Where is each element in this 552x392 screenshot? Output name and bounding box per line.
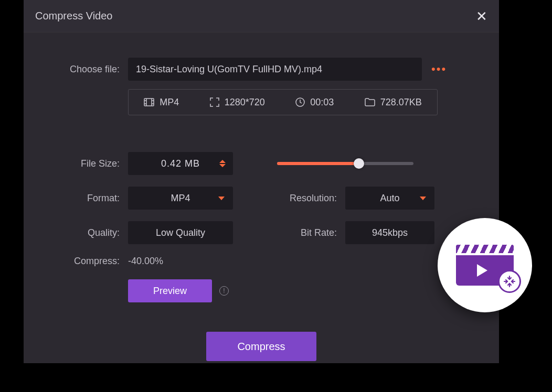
compress-ratio-label: Compress: <box>41 256 128 267</box>
compress-ratio-row: Compress: -40.00% <box>41 256 481 267</box>
footer: Compress <box>41 332 481 361</box>
file-metadata-strip: MP4 1280*720 00:03 728.07KB <box>128 89 438 115</box>
svg-rect-0 <box>144 99 154 106</box>
bitrate-label: Bit Rate: <box>272 227 345 238</box>
meta-resolution: 1280*720 <box>210 97 265 108</box>
clock-icon <box>295 97 305 107</box>
meta-format-value: MP4 <box>160 97 179 108</box>
chevron-down-icon[interactable] <box>219 164 226 167</box>
choose-file-row: Choose file: 19-Sistar-Loving U(GomTV Fu… <box>41 58 481 81</box>
compress-arrows-icon <box>498 270 521 293</box>
resolution-value: Auto <box>380 193 399 204</box>
slider-fill <box>277 162 359 165</box>
product-badge <box>438 218 532 312</box>
meta-resolution-value: 1280*720 <box>225 97 265 108</box>
dialog-body: Choose file: 19-Sistar-Loving U(GomTV Fu… <box>24 32 499 372</box>
slider-cell <box>272 152 481 175</box>
quality-label: Quality: <box>41 227 128 238</box>
window-title: Compress Video <box>35 10 112 22</box>
fullscreen-icon <box>210 97 219 107</box>
browse-button[interactable]: ••• <box>431 62 447 76</box>
file-name-text: 19-Sistar-Loving U(GomTV FullHD MV).mp4 <box>136 64 322 75</box>
choose-file-label: Choose file: <box>41 64 128 75</box>
file-size-stepper[interactable]: 0.42 MB <box>128 152 233 175</box>
stepper-arrows[interactable] <box>219 160 226 167</box>
resolution-label: Resolution: <box>272 193 345 204</box>
resolution-select[interactable]: Auto <box>345 187 434 210</box>
meta-duration-value: 00:03 <box>310 97 334 108</box>
meta-format: MP4 <box>144 97 179 108</box>
close-icon[interactable]: ✕ <box>476 9 487 23</box>
format-select[interactable]: MP4 <box>128 187 233 210</box>
format-value: MP4 <box>171 193 190 204</box>
slider-thumb[interactable] <box>354 158 364 169</box>
preview-row: Preview ! <box>128 279 481 302</box>
settings-grid: File Size: 0.42 MB <box>41 152 481 244</box>
file-size-cell: File Size: 0.42 MB <box>41 152 251 175</box>
quality-display: Low Quality <box>128 221 233 244</box>
preview-button[interactable]: Preview <box>128 279 212 302</box>
titlebar: Compress Video ✕ <box>24 0 499 32</box>
bitrate-display: 945kbps <box>345 221 434 244</box>
meta-size: 728.07KB <box>365 97 422 108</box>
format-label: Format: <box>41 193 128 204</box>
meta-size-value: 728.07KB <box>380 97 422 108</box>
size-slider[interactable] <box>277 162 413 165</box>
format-cell: Format: MP4 <box>41 187 251 210</box>
quality-cell: Quality: Low Quality <box>41 221 251 244</box>
clapperboard-icon <box>456 245 514 286</box>
play-icon <box>477 264 487 277</box>
compress-button[interactable]: Compress <box>206 332 316 361</box>
size-slider-wrap <box>272 162 481 165</box>
file-size-label: File Size: <box>41 158 128 169</box>
bitrate-value: 945kbps <box>372 227 408 238</box>
quality-value: Low Quality <box>156 227 205 238</box>
meta-duration: 00:03 <box>295 97 334 108</box>
chevron-down-icon <box>420 197 426 200</box>
chevron-up-icon[interactable] <box>219 160 226 163</box>
resolution-cell: Resolution: Auto <box>272 187 481 210</box>
chevron-down-icon <box>218 197 225 200</box>
film-icon <box>144 98 154 106</box>
info-icon[interactable]: ! <box>219 286 229 296</box>
file-path-input[interactable]: 19-Sistar-Loving U(GomTV FullHD MV).mp4 <box>128 58 422 81</box>
file-size-value: 0.42 MB <box>161 158 200 169</box>
compress-video-dialog: Compress Video ✕ Choose file: 19-Sistar-… <box>24 0 499 363</box>
compress-ratio-value: -40.00% <box>128 256 163 267</box>
folder-icon <box>365 98 375 106</box>
